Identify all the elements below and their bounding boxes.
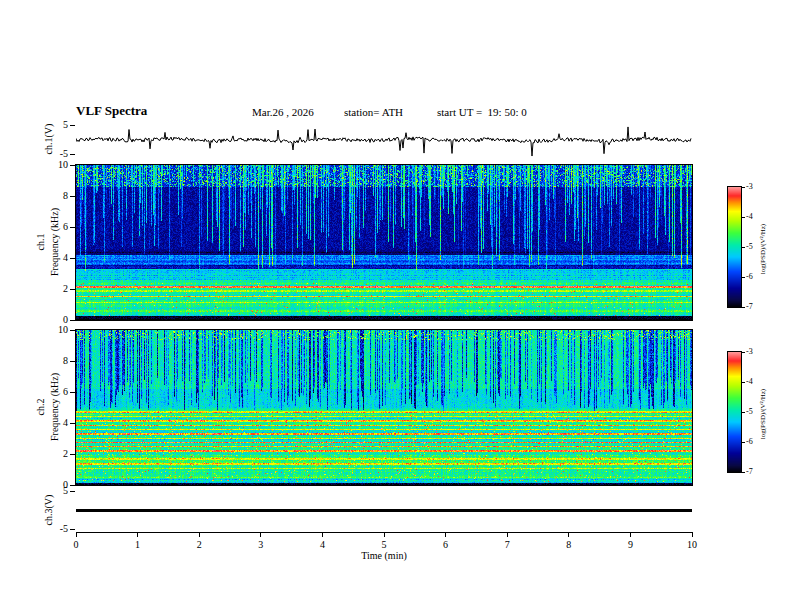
ch1-spectrogram-canvas	[76, 165, 692, 320]
x-axis-tick-label: 1	[128, 539, 148, 551]
freq-axis-tick	[70, 361, 75, 362]
colorbar2-canvas	[728, 352, 741, 472]
freq-axis-tick-label: 8	[48, 355, 68, 367]
colorbar-tick	[742, 442, 745, 443]
x-axis-tick	[568, 532, 569, 537]
freq-axis-tick-label: 2	[48, 283, 68, 295]
x-axis-tick	[260, 532, 261, 537]
volt-axis-tick	[70, 491, 75, 492]
x-axis-tick	[76, 532, 77, 537]
freq-axis-tick-label: 4	[48, 252, 68, 264]
x-axis-tick-label: 5	[374, 539, 394, 551]
vlf-spectra-page: VLF Spectra Mar.26 , 2026 station= ATH s…	[0, 0, 792, 612]
x-axis-tick-label: 8	[559, 539, 579, 551]
colorbar-tick-label: -7	[746, 467, 766, 477]
ch2-spectrogram-canvas	[76, 330, 692, 485]
spec1-channel-label: ch.1	[35, 182, 47, 302]
freq-axis-tick	[70, 196, 75, 197]
header-start-ut: start UT = 19: 50: 0	[437, 106, 527, 118]
colorbar-tick-label: -4	[746, 212, 766, 222]
x-axis-tick	[137, 532, 138, 537]
colorbar1-canvas	[728, 187, 741, 307]
freq-axis-tick	[70, 258, 75, 259]
freq-axis-tick	[70, 392, 75, 393]
x-axis-tick-label: 9	[620, 539, 640, 551]
freq-axis-tick-label: 10	[48, 324, 68, 336]
volt-axis-tick-label: 5	[48, 119, 68, 131]
colorbar-tick	[742, 277, 745, 278]
freq-axis-tick-label: 4	[48, 417, 68, 429]
x-axis-tick-label: 10	[682, 539, 702, 551]
freq-axis-tick	[70, 227, 75, 228]
colorbar-tick	[742, 382, 745, 383]
colorbar-tick-label: -3	[746, 182, 766, 192]
volt-axis-tick-label: -5	[48, 148, 68, 160]
freq-axis-tick-label: 10	[48, 159, 68, 171]
colorbar-tick-label: -5	[746, 407, 766, 417]
colorbar-tick	[742, 307, 745, 308]
x-axis-tick	[507, 532, 508, 537]
x-axis-tick-label: 6	[436, 539, 456, 551]
colorbar-tick	[742, 217, 745, 218]
freq-axis-tick-label: 2	[48, 448, 68, 460]
x-axis-tick	[692, 532, 693, 537]
x-axis-tick-label: 2	[189, 539, 209, 551]
freq-axis-tick	[70, 330, 75, 331]
ch1-waveform-canvas	[76, 123, 692, 157]
freq-axis-tick	[70, 485, 75, 486]
x-axis-tick	[630, 532, 631, 537]
colorbar-tick	[742, 412, 745, 413]
colorbar-tick	[742, 247, 745, 248]
spec2-channel-label: ch.2	[35, 347, 47, 467]
x-axis-tick	[199, 532, 200, 537]
x-axis-tick-label: 3	[251, 539, 271, 551]
x-axis-line	[76, 532, 693, 533]
x-axis-tick-label: 0	[66, 539, 86, 551]
x-axis-tick-label: 4	[312, 539, 332, 551]
freq-axis-tick	[70, 289, 75, 290]
ch3-waveform-canvas	[76, 489, 692, 532]
x-axis-tick	[384, 532, 385, 537]
freq-axis-tick	[70, 165, 75, 166]
header-date: Mar.26 , 2026	[252, 106, 314, 118]
colorbar-tick-label: -5	[746, 242, 766, 252]
freq-axis-tick	[70, 423, 75, 424]
header-station: station= ATH	[344, 106, 403, 118]
colorbar-tick	[742, 187, 745, 188]
colorbar-tick	[742, 352, 745, 353]
freq-axis-tick-label: 6	[48, 386, 68, 398]
x-axis-title: Time (min)	[76, 550, 692, 562]
colorbar-tick-label: -3	[746, 347, 766, 357]
volt-axis-tick	[70, 125, 75, 126]
freq-axis-tick-label: 6	[48, 221, 68, 233]
freq-axis-tick	[70, 454, 75, 455]
colorbar-tick	[742, 472, 745, 473]
volt-axis-tick	[70, 529, 75, 530]
colorbar-tick-label: -6	[746, 437, 766, 447]
colorbar-tick-label: -7	[746, 302, 766, 312]
figure-title: VLF Spectra	[76, 103, 147, 119]
freq-axis-tick	[70, 320, 75, 321]
freq-axis-tick-label: 8	[48, 190, 68, 202]
x-axis-tick	[322, 532, 323, 537]
volt-axis-tick-label: 5	[48, 485, 68, 497]
colorbar-tick-label: -4	[746, 377, 766, 387]
x-axis-tick-label: 7	[497, 539, 517, 551]
colorbar-tick-label: -6	[746, 272, 766, 282]
volt-axis-tick	[70, 154, 75, 155]
x-axis-tick	[445, 532, 446, 537]
volt-axis-tick-label: -5	[48, 523, 68, 535]
